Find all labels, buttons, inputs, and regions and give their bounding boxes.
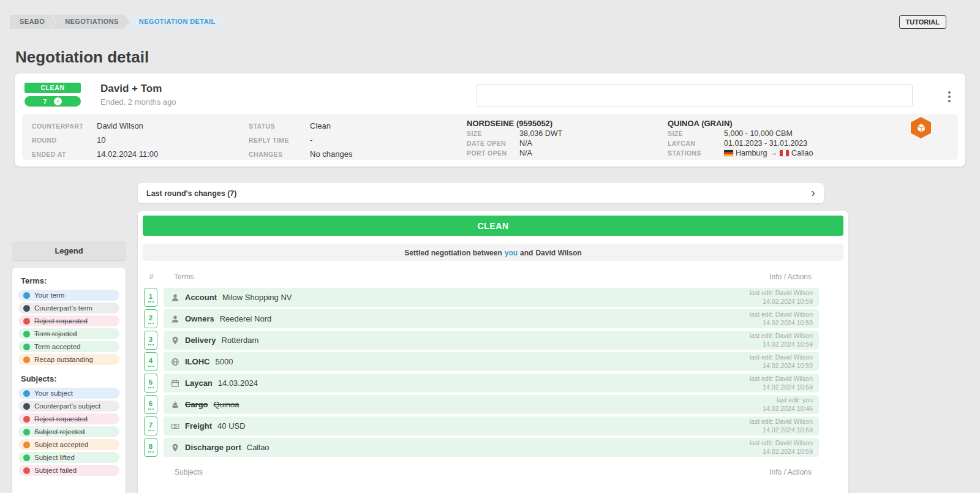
check-icon: ✓ [54, 97, 62, 105]
chevron-right-icon: › [811, 186, 815, 200]
term-number-box[interactable]: 6 [144, 395, 157, 414]
germany-flag-icon [724, 150, 733, 156]
term-name: Cargo [185, 400, 208, 409]
legend-header: Legend [12, 241, 126, 260]
negotiation-subtitle: Ended, 2 months ago [100, 97, 176, 107]
term-number-box[interactable]: 5 [144, 374, 157, 393]
clean-status-banner: CLEAN [143, 216, 843, 236]
legend-dot-icon [23, 292, 30, 299]
negotiation-header-card: CLEAN 7 ✓ David + Tom Ended, 2 months ag… [15, 73, 965, 167]
tutorial-button[interactable]: TUTORIAL [899, 15, 946, 29]
info-value: 01.01.2023 - 31.01.2023 [724, 139, 807, 148]
term-number-box[interactable]: 3 [144, 331, 157, 350]
vessel-info-group: NORDSEINE (9595052) SIZE38,036 DWT DATE … [467, 118, 562, 158]
term-name: Discharge port [185, 443, 241, 452]
last-edit-info: last edit: David Wilson14.02.2024 10:59 [750, 289, 813, 306]
status-info-group: STATUSClean REPLY TIME- CHANGESNo change… [249, 119, 352, 161]
breadcrumb: SEABO NEGOTIATIONS NEGOTIATION DETAIL [10, 15, 227, 29]
location-pin-icon [171, 336, 179, 345]
drag-dots-icon [148, 408, 154, 410]
legend-dot-icon [23, 331, 30, 337]
term-number-box[interactable]: 8 [144, 438, 157, 457]
column-terms: Terms [174, 273, 769, 281]
term-number-box[interactable]: 2 [144, 309, 157, 328]
term-name: Owners [185, 314, 214, 323]
info-value: 10 [97, 135, 105, 145]
legend-item-term-accepted: Term accepted [18, 341, 119, 352]
term-row-freight: 7 Freight 40 USD last edit: David Wilson… [143, 416, 819, 435]
breadcrumb-item-negotiations[interactable]: NEGOTIATIONS [51, 15, 130, 29]
drag-dots-icon [148, 344, 154, 345]
page-title: Negotiation detail [15, 48, 149, 67]
info-value: 5,000 - 10,000 CBM [724, 129, 793, 138]
term-row-delivery: 3 Delivery Rotterdam last edit: David Wi… [143, 331, 819, 350]
term-number-box[interactable]: 1 [144, 288, 157, 307]
legend-item-subject-accepted: Subject accepted [18, 439, 119, 450]
station-from: Hamburg [736, 149, 767, 157]
breadcrumb-item-negotiation-detail[interactable]: NEGOTIATION DETAIL [126, 15, 227, 29]
info-label: REPLY TIME [249, 137, 310, 144]
term-name: Account [185, 293, 217, 302]
drag-dots-icon [148, 366, 154, 367]
legend-item-subject-failed: Subject failed [18, 465, 119, 476]
breadcrumb-item-seabo[interactable]: SEABO [10, 15, 56, 29]
term-number-box[interactable]: 7 [144, 416, 157, 435]
negotiation-detail-card: CLEAN Settled negotiation between you an… [138, 211, 848, 493]
term-bar[interactable]: Cargo Quinoa last edit: you14.02.2024 10… [164, 395, 819, 414]
station-to: Callao [791, 149, 813, 157]
term-row-laycan: 5 Laycan 14.03.2024 last edit: David Wil… [143, 374, 819, 393]
legend-item-subject-reject-requested: Reject requested [18, 413, 119, 424]
legend-item-your-subject: Your subject [18, 388, 119, 399]
last-edit-info: last edit: David Wilson14.02.2024 10:59 [750, 353, 813, 370]
globe-icon [171, 358, 179, 366]
term-bar[interactable]: ILOHC 5000 last edit: David Wilson14.02.… [164, 352, 819, 371]
legend-card: Terms: Your term Counterpart's term Reje… [12, 268, 126, 493]
term-value: 14.03.2024 [218, 378, 750, 388]
term-number-box[interactable]: 4 [144, 352, 157, 371]
drag-dots-icon [148, 323, 154, 324]
terms-table-header: # Terms Info / Actions [143, 272, 819, 282]
settled-and: and [520, 249, 533, 257]
legend-dot-icon [23, 356, 30, 363]
term-bar[interactable]: Account Milow Shopping NV last edit: Dav… [164, 288, 819, 307]
package-badge-icon[interactable] [911, 117, 931, 138]
legend-dot-icon [23, 305, 30, 312]
info-value: N/A [519, 149, 532, 157]
user-icon [171, 293, 179, 302]
column-info-actions: Info / Actions [769, 273, 819, 281]
subjects-label: Subjects [175, 468, 769, 476]
info-value: N/A [519, 139, 532, 148]
counterpart-name: David Wilson [535, 249, 581, 257]
term-value: Rotterdam [222, 336, 750, 345]
legend-subjects-heading: Subjects: [21, 374, 119, 383]
legend-item-subject-rejected: Subject rejected [18, 426, 119, 437]
term-row-cargo: 6 Cargo Quinoa last edit: you14.02.2024 … [143, 395, 819, 414]
subjects-info-actions: Info / Actions [769, 468, 819, 476]
term-value: Milow Shopping NV [222, 293, 750, 302]
last-edit-info: last edit: David Wilson14.02.2024 10:59 [750, 375, 813, 391]
kebab-menu-icon[interactable] [948, 96, 951, 98]
info-label: ENDED AT [32, 151, 97, 158]
info-value: 14.02.2024 11:00 [97, 149, 158, 159]
info-label: SIZE [668, 130, 724, 137]
money-icon [171, 422, 179, 431]
comment-input[interactable] [477, 84, 913, 107]
term-bar[interactable]: Owners Reederei Nord last edit: David Wi… [164, 309, 819, 328]
last-edit-info: last edit: David Wilson14.02.2024 10:59 [750, 332, 813, 348]
negotiation-title: David + Tom [100, 83, 176, 95]
drag-dots-icon [148, 430, 154, 431]
last-edit-info: last edit: David Wilson14.02.2024 10:59 [750, 439, 813, 456]
term-bar[interactable]: Laycan 14.03.2024 last edit: David Wilso… [164, 374, 819, 393]
ship-icon [171, 401, 179, 409]
term-bar[interactable]: Freight 40 USD last edit: David Wilson14… [164, 416, 819, 435]
you-link[interactable]: you [505, 249, 518, 257]
last-round-changes-bar[interactable]: Last round's changes (7) › [138, 183, 824, 203]
term-value: Quinoa [214, 400, 763, 409]
location-pin-icon [171, 443, 179, 452]
term-row-account: 1 Account Milow Shopping NV last edit: D… [143, 288, 819, 307]
term-bar[interactable]: Discharge port Callao last edit: David W… [164, 438, 819, 457]
status-badge: CLEAN [24, 83, 81, 93]
term-name: Delivery [185, 336, 216, 345]
term-bar[interactable]: Delivery Rotterdam last edit: David Wils… [164, 331, 819, 350]
legend-item-subject-lifted: Subject lifted [18, 452, 119, 463]
